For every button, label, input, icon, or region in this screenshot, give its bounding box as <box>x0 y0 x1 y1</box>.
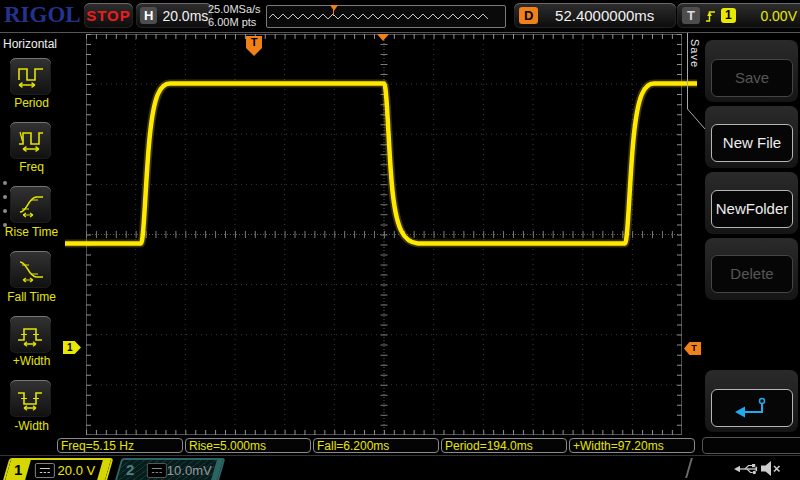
channel1-number: 1 <box>5 460 31 480</box>
rise-time-icon <box>16 192 46 218</box>
trigger-label: T <box>682 7 700 24</box>
trigger-source-badge: 1 <box>721 8 736 23</box>
top-status-bar: RIGOL STOP H 20.0ms 25.0MSa/s 6.00M pts … <box>0 0 800 33</box>
left-function-menu: Horizontal Period Freq Rise Time <box>0 33 63 455</box>
channel1-scale: 20.0 V <box>55 463 98 478</box>
screen-center-marker-icon <box>377 34 389 41</box>
menu-title: Horizontal <box>3 37 57 51</box>
usb-icon <box>734 462 760 476</box>
graticule-and-trace <box>86 34 682 435</box>
channel2-scale: 10.0mV <box>167 463 212 478</box>
horizontal-timebase-chip: H 20.0ms <box>136 3 212 28</box>
plus-width-icon <box>16 322 46 348</box>
memory-depth: 6.00M pts <box>208 16 261 29</box>
menu-item-label[interactable]: +Width <box>0 354 63 368</box>
thumbnail-waveform <box>267 6 503 25</box>
menu-item-label[interactable]: Period <box>0 96 63 110</box>
trigger-status-chip: T 1 0.00V <box>677 3 800 28</box>
channel1-coupling-box <box>35 463 55 478</box>
speaker-muted-icon <box>760 460 784 477</box>
menu-tab-save: Save <box>687 39 701 119</box>
statusbar-divider <box>685 458 703 478</box>
menu-scroll-indicator <box>3 181 7 227</box>
thumbnail-trigger-marker-icon <box>330 5 338 11</box>
return-arrow-icon <box>733 396 771 420</box>
delay-value: 52.4000000ms <box>538 7 671 24</box>
rigol-logo: RIGOL <box>4 2 81 28</box>
dc-coupling-icon <box>39 466 51 475</box>
measurement-rise: Rise=5.000ms <box>185 438 311 453</box>
dc-coupling-icon <box>151 466 163 475</box>
channel2-cap <box>211 460 225 480</box>
trace-glow <box>65 84 697 244</box>
new-file-button[interactable]: New File <box>711 124 793 162</box>
minus-width-icon <box>16 386 46 412</box>
new-folder-button[interactable]: NewFolder <box>711 190 793 228</box>
delay-label: D <box>519 7 538 24</box>
menu-item-minus-width[interactable] <box>10 380 51 417</box>
channel1-chip[interactable]: 1 20.0 V <box>3 458 114 480</box>
thumbnail-trigger-stem <box>333 10 334 16</box>
menu-item-period[interactable] <box>10 58 51 95</box>
run-state-label: STOP <box>86 7 131 24</box>
measurement-empty-slot <box>702 437 800 454</box>
measurement-period: Period=194.0ms <box>441 438 567 453</box>
bottom-status-bar: 1 20.0 V 2 10.0mV <box>0 455 800 480</box>
menu-item-freq[interactable] <box>10 122 51 159</box>
waveform-display-area <box>63 33 703 437</box>
period-icon <box>16 64 46 90</box>
horizontal-delay-chip: D 52.4000000ms <box>514 3 676 28</box>
horizontal-label: H <box>140 7 157 24</box>
menu-item-label[interactable]: -Width <box>0 419 63 433</box>
channel2-number: 2 <box>117 460 143 480</box>
trigger-level-value: 0.00V <box>736 8 800 24</box>
menu-item-rise-time[interactable] <box>10 186 51 223</box>
menu-item-fall-time[interactable] <box>10 251 51 288</box>
delete-button[interactable]: Delete <box>711 255 793 293</box>
channel2-chip[interactable]: 2 10.0mV <box>115 458 226 480</box>
menu-item-label[interactable]: Rise Time <box>0 225 63 239</box>
timebase-value: 20.0ms <box>162 8 208 24</box>
measurement-fall: Fall=6.200ms <box>313 438 439 453</box>
freq-icon <box>16 128 46 154</box>
channel1-cap <box>97 460 111 480</box>
oscilloscope-screen: RIGOL STOP H 20.0ms 25.0MSa/s 6.00M pts … <box>0 0 800 480</box>
run-state-indicator: STOP <box>84 3 133 28</box>
channel2-coupling-box <box>147 463 167 478</box>
menu-item-plus-width[interactable] <box>10 316 51 353</box>
back-enter-button[interactable] <box>711 389 793 427</box>
measurement-pwidth: +Width=97.20ms <box>569 438 695 453</box>
right-soft-menu: Save Save New File NewFolder Delete <box>703 33 800 455</box>
fall-time-icon <box>16 257 46 283</box>
memory-waveform-thumbnail <box>266 5 506 28</box>
save-button[interactable]: Save <box>711 59 793 97</box>
menu-item-label[interactable]: Fall Time <box>0 290 63 304</box>
sample-rate: 25.0MSa/s <box>208 3 261 16</box>
measurement-freq: Freq=5.15 Hz <box>57 438 183 453</box>
acquisition-info: 25.0MSa/s 6.00M pts <box>208 3 261 29</box>
trigger-slope-rising-icon <box>704 8 717 24</box>
channel1-trace <box>65 84 697 244</box>
menu-item-label[interactable]: Freq <box>0 160 63 174</box>
